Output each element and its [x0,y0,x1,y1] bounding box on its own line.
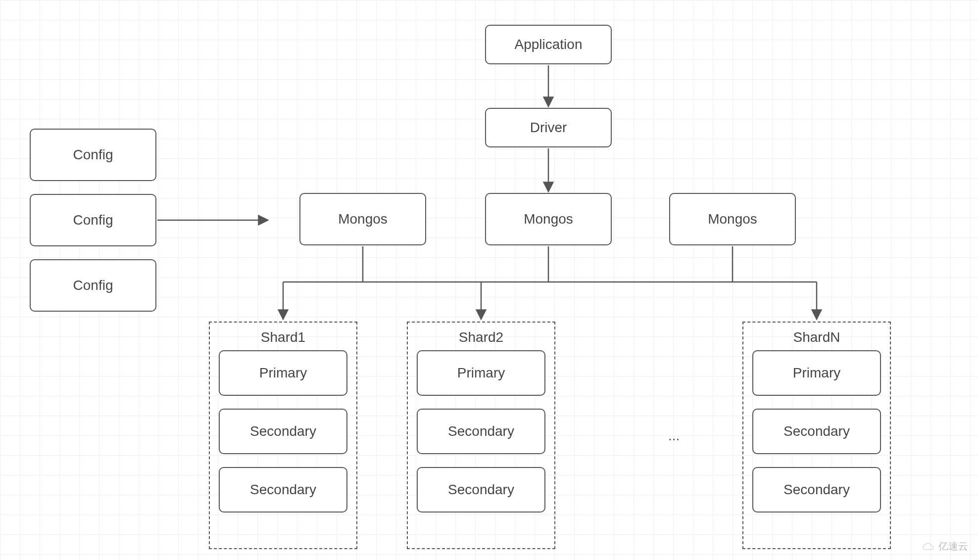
shard-0-member-1: Secondary [219,409,347,454]
node-driver: Driver [485,108,612,147]
shard-0-member-2-label: Secondary [250,482,316,498]
node-config-0: Config [30,129,156,181]
shard-1-member-1-label: Secondary [448,423,514,439]
shard-1-member-2-label: Secondary [448,482,514,498]
shard-n-member-2-label: Secondary [783,482,850,498]
node-application: Application [485,25,612,64]
node-application-label: Application [515,37,583,52]
node-config-0-label: Config [73,147,113,163]
shard-0: Shard1 Primary Secondary Secondary [209,322,357,549]
shard-1: Shard2 Primary Secondary Secondary [407,322,555,549]
node-mongos-2-label: Mongos [708,211,757,227]
shard-n-member-2: Secondary [752,467,881,513]
node-config-1: Config [30,194,156,246]
node-config-2: Config [30,259,156,312]
cloud-icon [922,542,935,552]
shards-ellipsis: ... [668,428,680,444]
watermark: 亿速云 [922,540,968,553]
shard-1-member-1: Secondary [417,409,545,454]
watermark-text: 亿速云 [938,540,968,553]
node-config-2-label: Config [73,278,113,293]
node-mongos-0-label: Mongos [338,211,388,227]
shard-1-member-2: Secondary [417,467,545,513]
shard-0-label: Shard1 [210,329,356,345]
shard-0-member-0: Primary [219,350,347,396]
shard-0-member-0-label: Primary [259,365,307,381]
shard-n-member-1-label: Secondary [783,423,850,439]
shard-1-member-0: Primary [417,350,545,396]
node-mongos-1-label: Mongos [524,211,573,227]
diagram-canvas: Application Driver Config Config Config … [0,0,978,560]
shard-n: ShardN Primary Secondary Secondary [742,322,891,549]
shard-1-label: Shard2 [408,329,554,345]
shard-0-member-1-label: Secondary [250,423,316,439]
shard-n-member-1: Secondary [752,409,881,454]
shard-1-member-0-label: Primary [457,365,505,381]
node-mongos-0: Mongos [299,193,426,245]
node-mongos-1: Mongos [485,193,612,245]
shard-n-label: ShardN [743,329,890,345]
node-config-1-label: Config [73,212,113,228]
shard-n-member-0-label: Primary [793,365,840,381]
shard-0-member-2: Secondary [219,467,347,513]
node-mongos-2: Mongos [669,193,796,245]
node-driver-label: Driver [530,120,567,136]
shard-n-member-0: Primary [752,350,881,396]
